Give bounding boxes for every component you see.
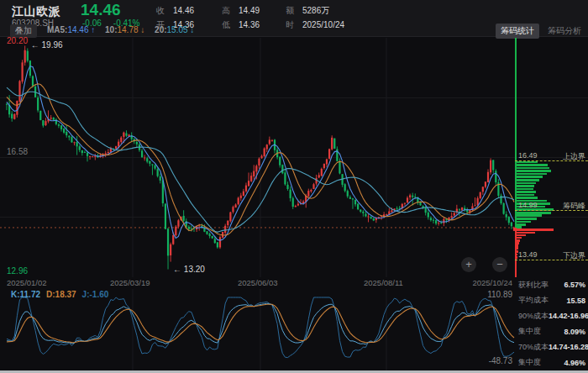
- date-tick: 2025/08/11: [364, 278, 403, 287]
- chip-bar: [517, 176, 543, 178]
- chip-distribution-panel[interactable]: 16.49上边界 14.99筹码峰 13.49下边界: [515, 38, 588, 277]
- ma20-legend: 20:15.05 ↓: [155, 25, 194, 34]
- chip-bar: [517, 191, 536, 193]
- zoom-in-button[interactable]: +: [461, 257, 476, 272]
- field-value: 14.36: [239, 20, 260, 29]
- high-price-annotation: ← 19.96: [31, 40, 63, 50]
- tab-chip-statistics[interactable]: 筹码统计: [496, 24, 539, 39]
- kdj-indicator-chart[interactable]: [0, 289, 515, 373]
- field-label: 额: [286, 5, 294, 17]
- zoom-out-button[interactable]: −: [492, 257, 507, 272]
- date-tick: 2025/01/02: [7, 278, 47, 287]
- chip-bar: [517, 212, 551, 214]
- chip-bar: [517, 218, 537, 220]
- k-value: K:11.72: [11, 290, 40, 299]
- j-value: J:-1.60: [82, 290, 109, 299]
- header: 江山欧派 603208.SH 14.46 -0.06-0.41% 收14.46 …: [0, 0, 588, 37]
- stock-chart-app: 江山欧派 603208.SH 14.46 -0.06-0.41% 收14.46 …: [0, 0, 588, 373]
- field-value: 14.46: [173, 6, 194, 15]
- date-tick: 2025/03/19: [110, 278, 150, 287]
- y-axis-min-label: 12.96: [7, 266, 28, 276]
- field-label: 低: [222, 19, 230, 31]
- date-tick: 2025/10/24: [472, 278, 512, 287]
- candlestick-chart[interactable]: [0, 38, 515, 277]
- tab-chip-analysis[interactable]: 筹码分析: [543, 24, 586, 39]
- kdj-labels: K:11.72D:18.37J:-1.60: [11, 290, 114, 299]
- chip-bar: [517, 214, 543, 217]
- chip-bar: [517, 256, 518, 259]
- chip-bar: [517, 221, 531, 223]
- stock-name: 江山欧派: [12, 4, 60, 19]
- field-value: 5286万: [302, 5, 329, 17]
- chip-bar: [517, 247, 518, 250]
- chip-bar: [517, 173, 548, 176]
- chip-tabs: 筹码统计 筹码分析: [492, 24, 586, 39]
- ma10-legend: 10:14.78 ↓: [105, 25, 144, 34]
- field-label: 收: [156, 5, 165, 17]
- chip-axis-trapped: [515, 38, 517, 228]
- chip-bar: [517, 164, 549, 166]
- kdj-svg: [0, 289, 515, 373]
- chip-stats-panel: 获利比率6.57% 平均成本15.58 90%成本14.42-16.96 集中度…: [515, 277, 588, 370]
- ma5-legend: MA5:14.46 ↑: [47, 25, 95, 34]
- stat-row: 集中度4.96%: [515, 355, 588, 371]
- date-tick: 2025/06/03: [238, 278, 278, 287]
- chip-bar: [517, 188, 534, 191]
- chip-bar: [517, 167, 550, 170]
- date-axis: 2025/01/02 2025/03/19 2025/06/03 2025/08…: [0, 277, 515, 290]
- chip-bar: [517, 179, 540, 181]
- y-axis-mid-label: 16.58: [7, 147, 28, 156]
- ma-legend: MA5:14.46 ↑ 10:14.78 ↓ 20:15.05 ↓: [47, 25, 202, 34]
- chip-axis-profit: [515, 228, 517, 277]
- stat-row: 70%成本14.74-16.28: [515, 339, 588, 355]
- chip-bar: [517, 161, 538, 164]
- field-label: 时: [286, 19, 294, 31]
- chip-bar: [517, 185, 535, 187]
- chip-bar: [517, 182, 536, 185]
- y-axis-max-label: 20.20: [7, 36, 28, 45]
- chip-bar: [517, 254, 518, 256]
- field-label: 高: [222, 5, 230, 17]
- low-price-annotation: ← 13.20: [173, 265, 205, 274]
- stat-row: 获利比率6.57%: [515, 277, 588, 293]
- kdj-scale-min: -48.73: [489, 356, 512, 365]
- field-value: 2025/10/24: [302, 20, 344, 29]
- stat-row: 平均成本15.58: [515, 293, 588, 309]
- stat-row: 集中度8.09%: [515, 324, 588, 340]
- candlestick-svg: [0, 38, 515, 277]
- chip-bar: [517, 170, 551, 172]
- d-value: D:18.37: [46, 290, 76, 299]
- chip-bar: [517, 194, 535, 197]
- stat-row: 90%成本14.42-16.96: [515, 308, 588, 324]
- chip-bar: [517, 197, 538, 199]
- current-price: 14.46: [81, 1, 121, 19]
- kdj-scale-max: 110.89: [487, 290, 512, 299]
- field-value: 14.49: [239, 6, 260, 15]
